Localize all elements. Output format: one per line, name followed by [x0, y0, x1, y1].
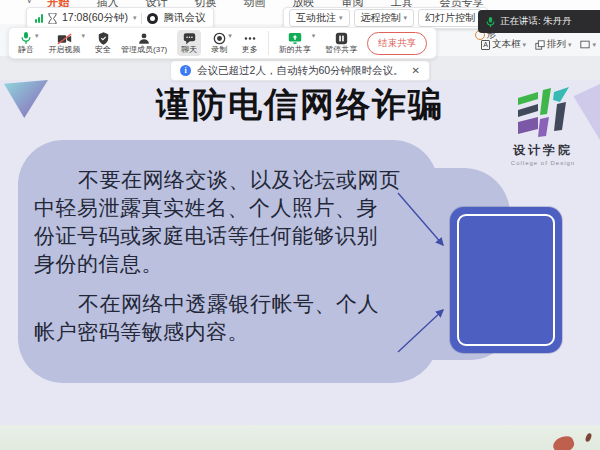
chat-icon [183, 32, 196, 45]
ribbon-textbox-button[interactable]: A 文本框▾ [481, 38, 526, 51]
new-share-button[interactable]: 新的共享 [279, 32, 311, 54]
meeting-app-name: 腾讯会议 [163, 11, 205, 25]
chevron-down-icon[interactable]: ▾ [228, 32, 232, 40]
divider [268, 31, 269, 55]
speaking-toast: 正在讲话: 朱丹丹 [478, 10, 600, 33]
college-logo-mark [516, 86, 570, 140]
more-button[interactable]: 更多 [242, 32, 258, 54]
info-icon: i [180, 65, 191, 76]
card-border [457, 214, 555, 346]
ribbon-slide-size-button[interactable]: ▾ [580, 40, 596, 49]
image-placeholder-card [450, 207, 562, 353]
chevron-down-icon: ▾ [568, 41, 572, 49]
chevron-down-icon[interactable]: ▾ [133, 14, 137, 22]
camera-off-icon [57, 32, 72, 45]
record-icon [213, 32, 226, 45]
chat-button[interactable]: 聊天 [177, 30, 201, 56]
meeting-timer[interactable]: 17:08(60分钟) [62, 11, 128, 25]
college-logo-name: 设计学院 [513, 142, 573, 159]
arrange-icon [535, 40, 545, 50]
paragraph-2: 不在网络中透露银行帐号、个人 帐户密码等敏感内容。 [34, 290, 444, 346]
security-button[interactable]: 安全 [95, 32, 111, 54]
pause-share-button[interactable]: 暂停共享 [325, 32, 357, 54]
next-slide-strip [0, 425, 600, 450]
pause-icon [335, 32, 348, 45]
chevron-down-icon[interactable]: ▾ [82, 32, 86, 40]
person-icon [138, 32, 150, 45]
wps-ribbon-right: A 文本框▾ 排列▾ ▾ [481, 38, 596, 51]
ribbon-arrange-button[interactable]: 排列▾ [535, 38, 572, 51]
college-logo-subtitle: College of Design [511, 160, 575, 166]
record-button[interactable]: 录制 [211, 32, 227, 54]
meeting-notification: i 会议已超过2人，自动转为60分钟限时会议。 ✕ [170, 60, 430, 81]
more-dots-icon [243, 32, 257, 45]
chevron-down-icon: ▾ [339, 14, 343, 22]
textbox-icon: A [481, 40, 490, 50]
speaking-label: 正在讲话: 朱丹丹 [500, 15, 572, 28]
notification-text: 会议已超过2人，自动转为60分钟限时会议。 [197, 64, 404, 78]
hourglass-icon [48, 13, 57, 24]
chevron-down-icon: ▾ [592, 41, 596, 49]
tencent-meeting-icon [147, 13, 158, 24]
start-video-button[interactable]: 开启视频 [49, 32, 81, 54]
microphone-icon [20, 32, 32, 45]
meeting-toolbar: 静音 ▾ 开启视频 ▾ 安全 [8, 27, 437, 59]
slide-size-icon [580, 40, 590, 49]
slide-control-button[interactable]: 幻灯片控制 [418, 9, 482, 27]
mute-button[interactable]: 静音 [18, 32, 34, 54]
close-icon[interactable]: ✕ [412, 65, 420, 76]
interactive-annotation-button[interactable]: 互动批注▾ [289, 9, 350, 27]
menu-tab-animation[interactable]: 动画 [244, 0, 266, 13]
chevron-down-icon: ▾ [404, 14, 408, 22]
share-control-pill: 互动批注▾ 远程控制▾ 幻灯片控制 [283, 7, 488, 29]
shield-icon [98, 32, 109, 45]
microphone-icon [486, 16, 495, 28]
meeting-timer-pill: 17:08(60分钟) ▾ 腾讯会议 [26, 7, 214, 29]
divider [141, 13, 142, 24]
chevron-down-icon: ▾ [522, 41, 526, 49]
chevron-down-icon[interactable]: ▾ [35, 32, 39, 40]
manage-members-button[interactable]: 管理成员(37) [121, 32, 167, 54]
paragraph-1: 不要在网络交谈、以及论坛或网页 中轻易泄露真实姓名、个人照片、身 份证号码或家庭… [34, 166, 444, 278]
share-screen-icon [288, 32, 302, 45]
college-logo: 设计学院 College of Design [502, 86, 584, 166]
remote-control-button[interactable]: 远程控制▾ [354, 9, 415, 27]
chevron-down-icon[interactable]: ▾ [312, 32, 316, 40]
end-share-button[interactable]: 结束共享 [367, 32, 427, 55]
presentation-slide: 谨防电信网络诈骗 设计学院 College of Design 不要在网络交谈、… [0, 80, 600, 425]
network-signal-icon [35, 14, 43, 23]
